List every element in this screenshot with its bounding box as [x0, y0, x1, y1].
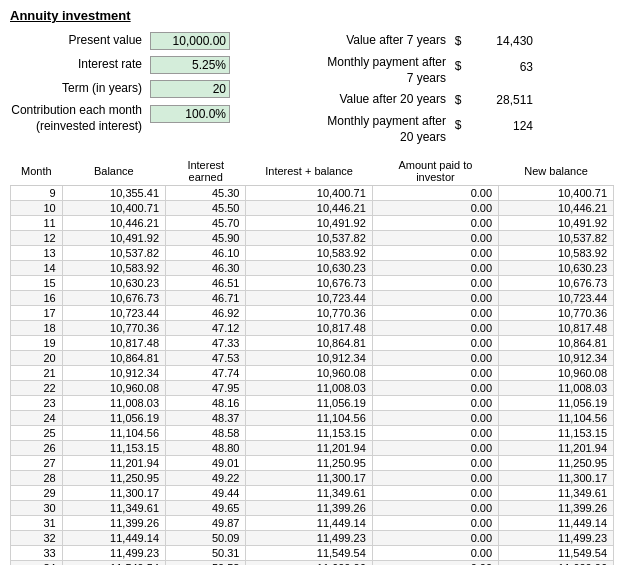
col-header-balance: Balance	[62, 157, 165, 186]
table-cell: 16	[11, 291, 63, 306]
table-cell: 10,770.36	[62, 321, 165, 336]
table-cell: 10,770.36	[499, 306, 614, 321]
table-cell: 11,349.61	[62, 501, 165, 516]
table-cell: 46.10	[166, 246, 246, 261]
table-cell: 11,300.17	[62, 486, 165, 501]
table-cell: 10,912.34	[499, 351, 614, 366]
table-cell: 10,960.08	[246, 366, 372, 381]
contribution-input[interactable]	[150, 105, 230, 123]
table-row: 1310,537.8246.1010,583.920.0010,583.92	[11, 246, 614, 261]
col-header-interest: Interestearned	[166, 157, 246, 186]
table-row: 3411,549.5450.5311,600.060.0011,600.06	[11, 561, 614, 565]
table-cell: 11,449.14	[62, 531, 165, 546]
table-cell: 0.00	[372, 306, 498, 321]
table-cell: 11,499.23	[246, 531, 372, 546]
table-cell: 14	[11, 261, 63, 276]
table-cell: 48.58	[166, 426, 246, 441]
table-cell: 10,676.73	[499, 276, 614, 291]
table-cell: 10,537.82	[499, 231, 614, 246]
table-cell: 0.00	[372, 561, 498, 565]
monthly-20: 124	[466, 118, 536, 134]
table-row: 1710,723.4446.9210,770.360.0010,770.36	[11, 306, 614, 321]
table-cell: 0.00	[372, 291, 498, 306]
table-cell: 11,349.61	[499, 486, 614, 501]
table-cell: 11,549.54	[499, 546, 614, 561]
present-value-label: Present value	[10, 33, 150, 49]
table-cell: 11,300.17	[246, 471, 372, 486]
col-header-intbal: Interest + balance	[246, 157, 372, 186]
table-cell: 11,250.95	[62, 471, 165, 486]
table-cell: 47.95	[166, 381, 246, 396]
table-cell: 29	[11, 486, 63, 501]
table-cell: 20	[11, 351, 63, 366]
table-cell: 0.00	[372, 471, 498, 486]
table-row: 1410,583.9246.3010,630.230.0010,630.23	[11, 261, 614, 276]
table-cell: 0.00	[372, 546, 498, 561]
table-cell: 0.00	[372, 411, 498, 426]
table-cell: 11,300.17	[499, 471, 614, 486]
value-after-20-label: Value after 20 years	[270, 92, 450, 108]
monthly-20-label: Monthly payment after20 years	[270, 114, 450, 145]
table-cell: 0.00	[372, 246, 498, 261]
present-value-input[interactable]	[150, 32, 230, 50]
table-cell: 11,449.14	[246, 516, 372, 531]
table-cell: 49.01	[166, 456, 246, 471]
table-cell: 0.00	[372, 351, 498, 366]
table-cell: 0.00	[372, 501, 498, 516]
table-cell: 9	[11, 186, 63, 201]
table-cell: 11,201.94	[499, 441, 614, 456]
table-cell: 24	[11, 411, 63, 426]
table-cell: 32	[11, 531, 63, 546]
table-cell: 13	[11, 246, 63, 261]
table-cell: 10,400.71	[62, 201, 165, 216]
table-cell: 11,201.94	[62, 456, 165, 471]
table-row: 2911,300.1749.4411,349.610.0011,349.61	[11, 486, 614, 501]
table-cell: 10,817.48	[62, 336, 165, 351]
table-cell: 11,153.15	[246, 426, 372, 441]
value-after-7-currency: $	[450, 34, 466, 48]
table-cell: 0.00	[372, 261, 498, 276]
table-row: 2311,008.0348.1611,056.190.0011,056.19	[11, 396, 614, 411]
table-cell: 0.00	[372, 516, 498, 531]
table-cell: 11,104.56	[499, 411, 614, 426]
table-row: 2511,104.5648.5811,153.150.0011,153.15	[11, 426, 614, 441]
table-cell: 10,537.82	[62, 246, 165, 261]
table-cell: 10,446.21	[499, 201, 614, 216]
monthly-7-label: Monthly payment after7 years	[270, 55, 450, 86]
table-cell: 10,723.44	[62, 306, 165, 321]
table-cell: 10,912.34	[62, 366, 165, 381]
table-row: 1810,770.3647.1210,817.480.0010,817.48	[11, 321, 614, 336]
table-cell: 30	[11, 501, 63, 516]
table-cell: 11,399.26	[62, 516, 165, 531]
table-cell: 50.53	[166, 561, 246, 565]
table-cell: 50.09	[166, 531, 246, 546]
interest-rate-input[interactable]	[150, 56, 230, 74]
col-header-amount: Amount paid toinvestor	[372, 157, 498, 186]
table-cell: 10,770.36	[246, 306, 372, 321]
table-cell: 48.16	[166, 396, 246, 411]
table-cell: 10,583.92	[62, 261, 165, 276]
table-cell: 18	[11, 321, 63, 336]
table-cell: 11,600.06	[246, 561, 372, 565]
table-cell: 45.90	[166, 231, 246, 246]
table-cell: 11,549.54	[62, 561, 165, 565]
table-cell: 10,446.21	[62, 216, 165, 231]
table-cell: 11,449.14	[499, 516, 614, 531]
table-cell: 10,676.73	[246, 276, 372, 291]
table-cell: 10,817.48	[499, 321, 614, 336]
table-cell: 10,723.44	[246, 291, 372, 306]
table-cell: 10,864.81	[499, 336, 614, 351]
table-cell: 10,864.81	[62, 351, 165, 366]
table-cell: 11,399.26	[499, 501, 614, 516]
col-header-newbal: New balance	[499, 157, 614, 186]
table-cell: 10,630.23	[62, 276, 165, 291]
table-row: 1510,630.2346.5110,676.730.0010,676.73	[11, 276, 614, 291]
table-row: 3211,449.1450.0911,499.230.0011,499.23	[11, 531, 614, 546]
table-row: 1210,491.9245.9010,537.820.0010,537.82	[11, 231, 614, 246]
table-cell: 11,549.54	[246, 546, 372, 561]
table-cell: 49.44	[166, 486, 246, 501]
term-input[interactable]	[150, 80, 230, 98]
table-cell: 47.74	[166, 366, 246, 381]
table-cell: 11,008.03	[499, 381, 614, 396]
table-cell: 46.92	[166, 306, 246, 321]
